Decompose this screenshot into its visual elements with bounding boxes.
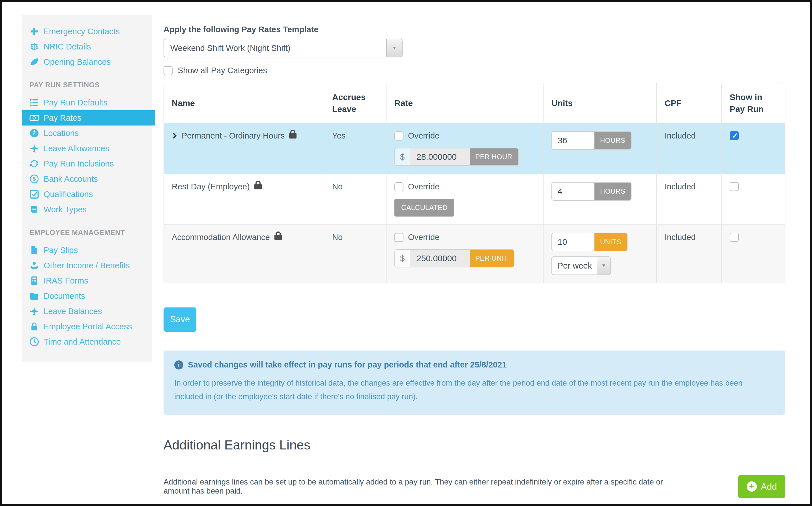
globe-icon <box>29 128 39 138</box>
sidebar-item-qualifications[interactable]: Qualifications <box>22 186 152 202</box>
leaf-icon <box>29 57 39 67</box>
book-icon <box>29 205 39 214</box>
rate-unit-badge: PER UNIT <box>470 250 514 267</box>
sidebar-item-employee-portal-access[interactable]: Employee Portal Access <box>22 319 152 334</box>
sidebar-item-other-income-benefits[interactable]: Other Income / Benefits <box>22 258 152 273</box>
sidebar-item-label: Pay Rates <box>44 113 81 123</box>
sidebar-item-pay-run-inclusions[interactable]: Pay Run Inclusions <box>22 156 152 171</box>
show-in-pay-run-checkbox[interactable] <box>730 131 739 140</box>
override-checkbox-row[interactable]: Override <box>394 182 535 191</box>
units-input[interactable] <box>552 132 594 149</box>
sidebar-item-documents[interactable]: Documents <box>22 288 152 304</box>
sidebar-item-label: Leave Balances <box>44 307 102 316</box>
sidebar-item-nric-details[interactable]: NRIC Details <box>22 39 152 54</box>
sidebar-item-label: Bank Accounts <box>44 174 98 184</box>
column-header-rate: Rate <box>386 83 543 123</box>
override-checkbox-row[interactable]: Override <box>394 131 535 141</box>
cpf-value: Included <box>657 174 722 225</box>
save-button[interactable]: Save <box>163 307 196 332</box>
lock-icon <box>254 184 262 189</box>
sidebar-item-label: Employee Portal Access <box>44 322 132 331</box>
sidebar-item-label: Pay Run Inclusions <box>44 159 114 168</box>
sidebar-item-locations[interactable]: Locations <box>22 125 152 141</box>
rate-unit-badge: PER HOUR <box>470 148 518 165</box>
calculator-icon <box>29 276 39 285</box>
sidebar-item-label: Opening Balances <box>44 57 110 67</box>
sidebar-item-bank-accounts[interactable]: Bank Accounts <box>22 171 152 186</box>
cpf-value: Included <box>657 123 722 174</box>
sidebar-item-iras-forms[interactable]: IRAS Forms <box>22 273 152 288</box>
sidebar-item-label: Time and Attendance <box>44 337 121 347</box>
sidebar-item-time-and-attendance[interactable]: Time and Attendance <box>22 334 152 349</box>
chevron-down-icon: ▼ <box>601 263 606 268</box>
show-all-pay-categories-checkbox[interactable] <box>163 66 172 75</box>
sidebar-item-label: Work Types <box>44 205 87 214</box>
rate-input[interactable] <box>410 148 470 165</box>
sidebar: Emergency Contacts NRIC Details Opening … <box>22 15 152 362</box>
check-square-icon <box>29 189 39 199</box>
plus-circle-icon <box>747 482 757 492</box>
calculated-badge: CALCULATED <box>394 199 454 217</box>
sidebar-item-label: Qualifications <box>44 190 93 199</box>
table-row: Rest Day (Employee) No Override CALCULAT… <box>164 174 785 225</box>
banknote-icon <box>29 113 39 123</box>
currency-prefix: $ <box>395 250 410 267</box>
expand-chevron-icon[interactable] <box>171 133 177 139</box>
column-header-name: Name <box>164 83 324 123</box>
table-row: Accommodation Allowance No Override $ PE… <box>164 225 785 283</box>
clock-icon <box>29 337 39 347</box>
units-period-value: Per week <box>552 257 597 274</box>
override-checkbox[interactable] <box>394 233 403 242</box>
sidebar-item-label: Leave Allowances <box>44 144 109 153</box>
units-input[interactable] <box>552 183 594 200</box>
pay-rates-template-select[interactable]: Weekend Shift Work (Night Shift) ▼ <box>163 39 402 57</box>
show-in-pay-run-checkbox[interactable] <box>730 182 739 191</box>
currency-prefix: $ <box>395 148 410 165</box>
section-divider <box>163 463 786 463</box>
sidebar-item-emergency-contacts[interactable]: Emergency Contacts <box>22 24 152 39</box>
sidebar-item-pay-run-defaults[interactable]: Pay Run Defaults <box>22 95 152 110</box>
units-unit-badge: UNITS <box>594 233 627 251</box>
additional-earnings-heading: Additional Earnings Lines <box>163 437 786 452</box>
sidebar-item-work-types[interactable]: Work Types <box>22 202 152 217</box>
show-all-pay-categories-row[interactable]: Show all Pay Categories <box>163 66 786 75</box>
accrues-leave-value: No <box>324 174 386 225</box>
accrues-leave-value: Yes <box>324 123 386 174</box>
units-unit-badge: HOURS <box>594 183 631 200</box>
column-header-accrues-leave: Accrues Leave <box>324 83 386 123</box>
dollar-circle-icon <box>29 174 39 184</box>
sidebar-section-pay-run-settings: PAY RUN SETTINGS <box>22 79 152 90</box>
dropdown-button[interactable]: ▼ <box>597 257 610 274</box>
units-period-select[interactable]: Per week ▼ <box>551 256 611 275</box>
info-notice-title: Saved changes will take effect in pay ru… <box>188 360 507 369</box>
show-in-pay-run-checkbox[interactable] <box>730 233 739 242</box>
lock-icon <box>289 133 297 139</box>
sidebar-item-label: Emergency Contacts <box>44 27 120 36</box>
dropdown-button[interactable]: ▼ <box>386 39 402 57</box>
info-notice-body: In order to preserve the integrity of hi… <box>174 376 768 403</box>
sidebar-item-pay-slips[interactable]: Pay Slips <box>22 243 152 258</box>
plus-icon <box>29 26 39 36</box>
list-icon <box>29 98 39 107</box>
show-all-pay-categories-label: Show all Pay Categories <box>178 66 267 75</box>
sidebar-item-opening-balances[interactable]: Opening Balances <box>22 54 152 70</box>
sidebar-item-label: NRIC Details <box>44 42 91 52</box>
units-input-group: HOURS <box>551 182 632 201</box>
override-checkbox-row[interactable]: Override <box>394 233 535 242</box>
plane-icon <box>29 307 39 316</box>
page: Emergency Contacts NRIC Details Opening … <box>2 2 810 506</box>
sidebar-item-leave-balances[interactable]: Leave Balances <box>22 304 152 319</box>
pay-category-name: Permanent - Ordinary Hours <box>181 131 285 141</box>
override-checkbox[interactable] <box>394 132 403 141</box>
sidebar-item-label: IRAS Forms <box>44 276 88 285</box>
pay-rates-table: Name Accrues Leave Rate Units CPF Show i… <box>163 83 786 283</box>
sidebar-item-leave-allowances[interactable]: Leave Allowances <box>22 141 152 156</box>
pay-rates-template-selected-value: Weekend Shift Work (Night Shift) <box>164 39 386 57</box>
sidebar-item-pay-rates[interactable]: Pay Rates <box>22 110 155 125</box>
sidebar-item-label: Documents <box>44 291 85 301</box>
rate-input[interactable] <box>410 250 470 267</box>
units-input[interactable] <box>552 233 594 251</box>
override-checkbox[interactable] <box>394 182 403 191</box>
info-icon <box>174 360 183 369</box>
add-earnings-line-button[interactable]: Add <box>738 475 786 498</box>
